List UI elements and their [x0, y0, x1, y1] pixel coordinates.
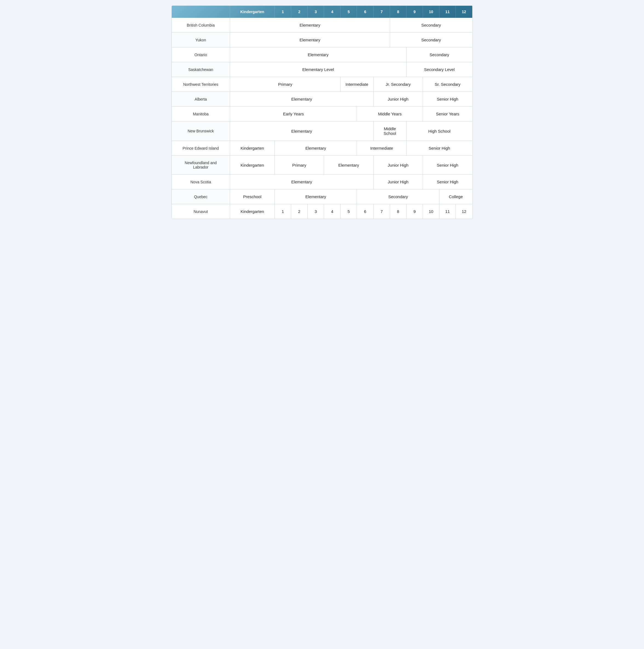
table-row: QuebecPreschoolElementarySecondaryColleg…	[172, 189, 472, 204]
table-row: AlbertaElementaryJunior HighSenior High	[172, 92, 472, 106]
grade-cell: 1	[274, 204, 291, 219]
level-cell: Kindergarten	[230, 156, 274, 175]
level-cell: Elementary	[274, 189, 357, 204]
level-cell: Senior High	[423, 92, 472, 106]
level-cell: Middle Years	[357, 106, 423, 121]
header-3: 3	[308, 6, 324, 18]
province-cell: Saskatchewan	[172, 62, 230, 77]
level-cell: Secondary	[357, 189, 440, 204]
header-9: 9	[406, 6, 423, 18]
level-cell: Elementary	[230, 121, 373, 141]
level-cell: Elementary	[230, 47, 406, 62]
level-cell: Elementary	[230, 175, 373, 189]
grade-cell: 10	[423, 204, 439, 219]
province-cell: Nunavut	[172, 204, 230, 219]
level-cell: High School	[406, 121, 472, 141]
level-cell: Middle School	[373, 121, 406, 141]
table-row: Northwest TerritoriesPrimaryIntermediate…	[172, 77, 472, 92]
table-row: New BrunswickElementaryMiddle SchoolHigh…	[172, 121, 472, 141]
table-row: Nova ScotiaElementaryJunior HighSenior H…	[172, 175, 472, 189]
level-cell: Elementary	[230, 92, 373, 106]
level-cell: Elementary	[324, 156, 373, 175]
header-12: 12	[456, 6, 472, 18]
header-11: 11	[440, 6, 456, 18]
province-cell: Quebec	[172, 189, 230, 204]
level-cell: College	[440, 189, 472, 204]
header-kg: Kindergarten	[230, 6, 274, 18]
header-7: 7	[373, 6, 390, 18]
school-levels-table: Kindergarten 1 2 3 4 5 6 7 8 9 10 11 12 …	[172, 5, 473, 219]
province-cell: Ontario	[172, 47, 230, 62]
level-cell: Primary	[230, 77, 340, 92]
province-cell: Nova Scotia	[172, 175, 230, 189]
level-cell: Jr. Secondary	[373, 77, 423, 92]
header-row: Kindergarten 1 2 3 4 5 6 7 8 9 10 11 12	[172, 6, 472, 18]
level-cell: Senior High	[423, 175, 472, 189]
table-row: British ColumbiaElementarySecondary	[172, 18, 472, 33]
grade-cell: Kindergarten	[230, 204, 274, 219]
table-row: YukonElementarySecondary	[172, 33, 472, 47]
header-4: 4	[324, 6, 340, 18]
province-cell: Yukon	[172, 33, 230, 47]
level-cell: Junior High	[373, 156, 423, 175]
table-row: SaskatchewanElementary LevelSecondary Le…	[172, 62, 472, 77]
table-row: Newfoundland and LabradorKindergartenPri…	[172, 156, 472, 175]
level-cell: Secondary	[390, 33, 472, 47]
grade-cell: 3	[308, 204, 324, 219]
table-row: ManitobaEarly YearsMiddle YearsSenior Ye…	[172, 106, 472, 121]
province-cell: British Columbia	[172, 18, 230, 33]
header-1: 1	[274, 6, 291, 18]
level-cell: Junior High	[373, 92, 423, 106]
level-cell: Junior High	[373, 175, 423, 189]
level-cell: Elementary	[274, 141, 357, 156]
level-cell: Secondary	[406, 47, 472, 62]
grade-cell: 6	[357, 204, 373, 219]
grade-cell: 12	[456, 204, 472, 219]
header-2: 2	[291, 6, 307, 18]
level-cell: Elementary Level	[230, 62, 406, 77]
level-cell: Senior High	[423, 156, 472, 175]
header-6: 6	[357, 6, 373, 18]
province-cell: New Brunswick	[172, 121, 230, 141]
level-cell: Elementary	[230, 18, 390, 33]
level-cell: Kindergarten	[230, 141, 274, 156]
province-cell: Alberta	[172, 92, 230, 106]
grade-cell: 8	[390, 204, 406, 219]
level-cell: Sr. Secondary	[423, 77, 472, 92]
grade-cell: 9	[406, 204, 423, 219]
province-cell: Northwest Territories	[172, 77, 230, 92]
header-10: 10	[423, 6, 439, 18]
header-province	[172, 6, 230, 18]
level-cell: Primary	[274, 156, 324, 175]
table-row: OntarioElementarySecondary	[172, 47, 472, 62]
level-cell: Intermediate	[357, 141, 406, 156]
level-cell: Preschool	[230, 189, 274, 204]
province-cell: Prince Edward Island	[172, 141, 230, 156]
header-8: 8	[390, 6, 406, 18]
level-cell: Elementary	[230, 33, 390, 47]
grade-cell: 11	[440, 204, 456, 219]
level-cell: Senior High	[406, 141, 472, 156]
level-cell: Secondary	[390, 18, 472, 33]
level-cell: Early Years	[230, 106, 357, 121]
grade-cell: 2	[291, 204, 307, 219]
province-cell: Newfoundland and Labrador	[172, 156, 230, 175]
level-cell: Senior Years	[423, 106, 472, 121]
grade-cell: 5	[340, 204, 357, 219]
level-cell: Secondary Level	[406, 62, 472, 77]
level-cell: Intermediate	[340, 77, 373, 92]
grade-cell: 4	[324, 204, 340, 219]
province-cell: Manitoba	[172, 106, 230, 121]
grade-cell: 7	[373, 204, 390, 219]
table-row: NunavutKindergarten123456789101112	[172, 204, 472, 219]
table-row: Prince Edward IslandKindergartenElementa…	[172, 141, 472, 156]
header-5: 5	[340, 6, 357, 18]
